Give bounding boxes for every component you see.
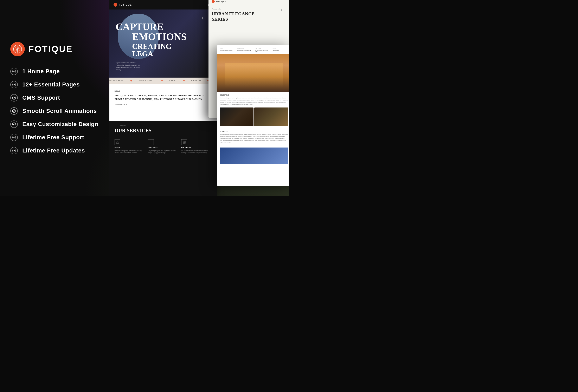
services-grid: EVENT Our event photography services ens… [115, 137, 212, 154]
feature-support: Lifetime Free Support [10, 134, 109, 141]
case-photo-interior-1 [220, 107, 253, 126]
concept-text: Urban environments are often perceived a… [220, 133, 288, 144]
about-section: About us FOTIQUE IS AN OUTDOOR, TRAVEL, … [109, 84, 217, 121]
hero-subtext: CREATING LEGA [132, 43, 215, 58]
check-icon-essential [10, 81, 18, 88]
svg-point-2 [12, 83, 16, 86]
svg-rect-13 [183, 141, 185, 143]
service-wedding: WEDDING We blend moments with artistic c… [181, 137, 212, 154]
meta-date-label: DATE [273, 48, 289, 49]
feature-updates: Lifetime Free Updates [10, 147, 109, 154]
meta-location-label: LOCATION [255, 48, 271, 49]
check-icon-cms [10, 94, 18, 101]
ticker-dot: ❋ [130, 79, 133, 82]
fotique-logo-icon [10, 42, 25, 56]
service-product: PRODUCT Our photography services emphasi… [148, 137, 178, 154]
urban-name: URBAN ELEGANCESERIES [212, 11, 286, 22]
second-hamburger [282, 0, 286, 3]
feature-customizable: Easy Customizable Design [10, 121, 109, 128]
hamburger-line [282, 1, 286, 1]
service-name-product: PRODUCT [148, 147, 178, 149]
case-bottom-photo [220, 147, 288, 164]
logo-text: FOTIQUE [29, 44, 73, 54]
ticker-item: EVENT [169, 79, 177, 82]
case-photo-interior-2 [254, 107, 288, 126]
feature-text-essential: 12+ Essential Pages [22, 81, 80, 88]
features-list: 1 Home Page 12+ Essential Pages CMS Supp… [10, 68, 109, 154]
svg-point-1 [12, 70, 16, 73]
screenshot-main: FOTIQUE CAPTURE EMOTIONS CREATING LEGA E… [109, 0, 217, 196]
ticker-content: COMMERCIAL ❋ FAMILY SHOOT ❋ EVENT ❋ FASH… [109, 79, 217, 82]
feature-text-updates: Lifetime Free Updates [22, 147, 85, 154]
case-study-sheet: NAME Urban Elegance Series SERVICES Real… [217, 45, 289, 186]
case-concept: CONCEPT Urban environments are often per… [217, 128, 289, 146]
svg-rect-11 [150, 142, 151, 143]
second-logo: FOTIQUE [212, 0, 227, 3]
ticker-item: FAMILY SHOOT [139, 79, 155, 82]
feature-text-home: 1 Home Page [22, 68, 60, 75]
meta-date: DATE 12.08.2022 [273, 48, 289, 52]
feature-essential-pages: 12+ Essential Pages [10, 81, 109, 88]
svg-point-6 [12, 136, 16, 139]
ticker-bar: COMMERCIAL ❋ FAMILY SHOOT ❋ EVENT ❋ FASH… [109, 78, 217, 84]
ticker-dot: ❋ [183, 79, 185, 82]
meta-services-value: Real estate photography [237, 49, 253, 51]
hamburger-line [282, 2, 286, 2]
meta-location-value: Beverly Hills, California, USA [255, 49, 271, 52]
check-icon-support [10, 134, 18, 141]
house-lights [225, 63, 283, 88]
svg-rect-9 [150, 141, 151, 142]
hero-line-1: CAPTURE EMOTIONS [116, 22, 215, 42]
objective-title: OBJECTIVE [220, 94, 288, 96]
check-icon-scroll [10, 107, 18, 115]
feature-text-scroll: Smooth Scroll Animations [22, 108, 97, 114]
case-study-meta: NAME Urban Elegance Series SERVICES Real… [217, 45, 289, 54]
feature-text-cms: CMS Support [22, 94, 60, 101]
urban-label: Photography [212, 8, 286, 10]
case-study-hero-image [217, 54, 289, 92]
feature-cms: CMS Support [10, 94, 109, 101]
services-title: OUR SERVICES [115, 128, 212, 133]
sparkle-second-icon: ✦ [280, 8, 283, 12]
logo-area: FOTIQUE [10, 42, 109, 56]
second-logo-text: FOTIQUE [216, 0, 227, 2]
svg-point-7 [12, 149, 16, 152]
meta-name-label: NAME [220, 48, 235, 49]
meta-services-label: SERVICES [237, 48, 253, 49]
arrow-icon: ↗ [126, 104, 127, 105]
main-screenshot-header: FOTIQUE [109, 0, 217, 9]
services-label: Expertise [115, 125, 212, 127]
ticker-item: FASHION [191, 79, 201, 82]
hero-text: CAPTURE EMOTIONS CREATING LEGA Experienc… [116, 22, 215, 71]
second-logo-dot [212, 0, 215, 3]
concept-title: CONCEPT [220, 131, 288, 132]
svg-rect-12 [151, 142, 152, 143]
meta-location: LOCATION Beverly Hills, California, USA [255, 48, 271, 52]
feature-smooth-scroll: Smooth Scroll Animations [10, 107, 109, 115]
sparkle-icon-1: ✦ [201, 16, 204, 21]
svg-point-5 [12, 123, 16, 126]
right-panel: FOTIQUE CAPTURE EMOTIONS CREATING LEGA E… [109, 0, 289, 196]
ticker-dot: ❋ [161, 79, 163, 82]
feature-text-customizable: Easy Customizable Design [22, 121, 98, 128]
check-icon-customizable [10, 121, 18, 128]
meta-date-value: 12.08.2022 [273, 49, 289, 51]
check-icon-updates [10, 147, 18, 154]
objective-text: The 'Urban Elegance Series' by Fotique i… [220, 97, 288, 105]
meta-name-value: Urban Elegance Series [220, 49, 235, 51]
meta-services: SERVICES Real estate photography [237, 48, 253, 52]
services-section: Expertise OUR SERVICES EVENT Our event p… [109, 121, 217, 158]
case-photos-grid [217, 107, 289, 128]
service-name-wedding: WEDDING [181, 147, 212, 149]
service-desc-wedding: We blend moments with artistic compositi… [181, 150, 212, 154]
check-icon-home [10, 68, 18, 75]
service-desc-product: Our photography services emphasise detai… [148, 150, 178, 154]
feature-text-support: Lifetime Free Support [22, 134, 84, 141]
product-icon [148, 139, 154, 145]
meta-name: NAME Urban Elegance Series [220, 48, 235, 52]
wedding-icon [181, 139, 187, 145]
left-panel: FOTIQUE 1 Home Page 12+ Essential Pages [0, 0, 120, 196]
case-objective: OBJECTIVE The 'Urban Elegance Series' by… [217, 92, 289, 107]
svg-point-3 [12, 96, 16, 99]
feature-home-page: 1 Home Page [10, 68, 109, 75]
